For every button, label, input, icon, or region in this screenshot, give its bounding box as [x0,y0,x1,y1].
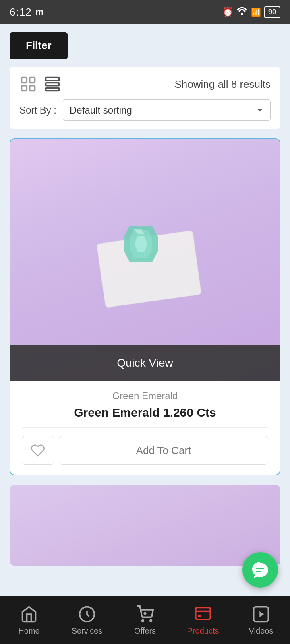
products-icon [193,605,213,624]
filter-button[interactable]: Filter [10,32,68,59]
svg-rect-2 [30,78,35,83]
product-card-1: Quick View Green Emerald Green Emerald 1… [10,138,280,475]
nav-item-videos[interactable]: Videos [232,605,290,636]
nav-label-videos: Videos [249,626,273,636]
gemstone-illustration [77,188,213,332]
svg-rect-1 [22,78,27,83]
nav-item-offers[interactable]: Offers [116,605,174,636]
svg-rect-4 [30,86,35,91]
nav-label-home: Home [18,626,39,636]
view-row: Showing all 8 results [19,75,271,93]
signal-icon: 📶 [251,7,261,17]
product-card-2-partial [10,485,280,566]
sort-select[interactable]: Default sorting Price: Low to High Price… [63,99,271,121]
view-icons [19,75,61,93]
svg-rect-7 [46,88,59,91]
status-bar: 6:12 m ⏰ 📶 90 [0,0,290,24]
alarm-icon: ⏰ [222,7,233,17]
videos-icon [251,605,271,624]
controls-panel: Showing all 8 results Sort By : Default … [10,67,280,129]
svg-rect-3 [22,86,27,91]
services-icon [77,605,97,624]
home-icon [19,605,39,624]
main-content: Filter [0,24,290,630]
svg-point-0 [241,13,243,15]
sort-label: Sort By : [19,105,56,116]
svg-rect-19 [196,607,211,619]
nav-item-products[interactable]: Products [174,605,232,636]
svg-rect-6 [46,83,59,85]
nav-label-services: Services [72,626,103,636]
svg-marker-12 [135,236,147,252]
offers-icon [135,605,155,624]
product-category: Green Emerald [22,390,268,402]
svg-marker-23 [259,611,264,617]
svg-rect-5 [46,78,59,80]
wishlist-button[interactable] [22,436,54,465]
product-divider [22,427,268,428]
product-info-1: Green Emerald Green Emerald 1.260 Cts Ad… [10,381,280,475]
bottom-nav: Home Services Offers [0,596,290,644]
battery-icon: 90 [264,6,280,18]
product-actions: Add To Cart [22,436,268,465]
results-count: Showing all 8 results [175,78,271,91]
list-view-button[interactable] [44,75,61,93]
sort-row: Sort By : Default sorting Price: Low to … [19,99,271,121]
svg-point-15 [142,620,144,621]
status-time: 6:12 [10,6,32,19]
nav-item-home[interactable]: Home [0,605,58,636]
add-to-cart-button[interactable]: Add To Cart [59,436,268,465]
grid-view-button[interactable] [19,75,37,93]
chat-fab-button[interactable] [242,552,278,588]
product-image-1: Quick View [10,139,280,381]
wifi-icon [236,6,248,18]
carrier-icon: m [36,7,44,17]
nav-item-services[interactable]: Services [58,605,116,636]
product-image-bg [10,139,280,381]
status-icons: ⏰ 📶 90 [222,6,280,18]
nav-label-offers: Offers [134,626,156,636]
svg-point-16 [150,620,152,621]
nav-label-products: Products [187,626,219,636]
chat-icon [251,560,270,580]
quick-view-button[interactable]: Quick View [10,345,280,381]
svg-rect-21 [198,615,201,617]
product-title: Green Emerald 1.260 Cts [22,406,268,419]
